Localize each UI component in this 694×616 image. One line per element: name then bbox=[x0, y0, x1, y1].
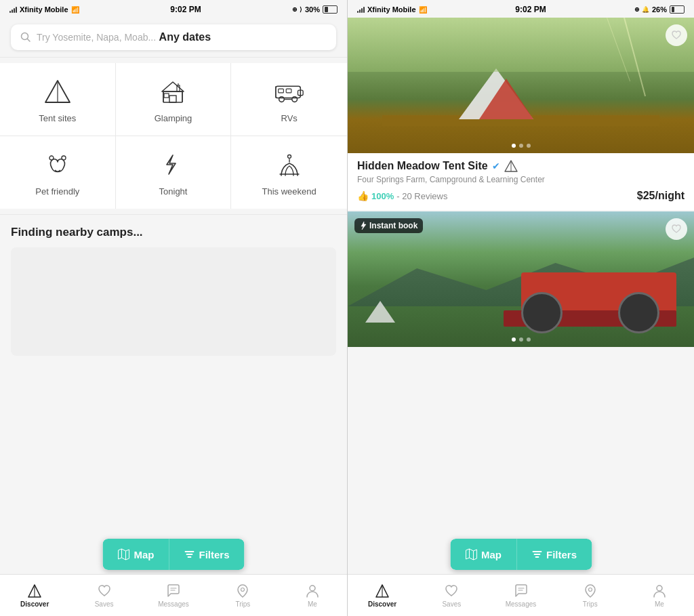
listing-title-1: Hidden Meadow Tent Site bbox=[357, 160, 488, 172]
rvs-label: RVs bbox=[281, 113, 298, 123]
nav-discover-left[interactable]: Discover bbox=[0, 583, 69, 608]
me-icon-left bbox=[304, 583, 321, 599]
signal-icon bbox=[9, 6, 17, 13]
search-icon bbox=[20, 32, 31, 43]
nav-messages-label-left: Messages bbox=[158, 600, 189, 608]
favorite-button-1[interactable] bbox=[666, 24, 687, 46]
image-dots-1 bbox=[512, 144, 531, 148]
signal-icon-right bbox=[357, 6, 365, 13]
svg-rect-7 bbox=[169, 96, 176, 102]
glamping-label: Glamping bbox=[155, 113, 192, 123]
filters-button-right[interactable]: Filters bbox=[516, 539, 592, 570]
tent-sites-label: Tent sites bbox=[39, 113, 76, 123]
map-button-right[interactable]: Map bbox=[450, 539, 516, 570]
svg-rect-5 bbox=[163, 91, 182, 102]
nav-trips-left[interactable]: Trips bbox=[208, 583, 277, 608]
nearby-map-placeholder bbox=[11, 247, 336, 356]
time-left: 9:02 PM bbox=[170, 5, 201, 14]
discover-icon-right bbox=[374, 583, 390, 599]
category-glamping[interactable]: Glamping bbox=[116, 63, 232, 136]
nav-messages-label-right: Messages bbox=[506, 600, 537, 608]
carrier-name-right: Xfinity Mobile bbox=[367, 5, 416, 14]
battery-level-left: 30% bbox=[305, 5, 320, 14]
nav-saves-right[interactable]: Saves bbox=[417, 583, 486, 608]
this-weekend-label: This weekend bbox=[262, 186, 317, 197]
location-icon: ⊕ ⟩ bbox=[292, 6, 302, 13]
nav-saves-left[interactable]: Saves bbox=[69, 583, 138, 608]
nearby-section: Finding nearby camps... bbox=[0, 226, 347, 356]
listing-price-1: $25/night bbox=[637, 190, 685, 202]
messages-icon-right bbox=[513, 583, 529, 599]
trips-icon-right bbox=[582, 583, 598, 599]
heart-icon-right bbox=[443, 583, 460, 599]
right-screen: Xfinity Mobile 📶 9:02 PM ⊕ 🔔 26% bbox=[347, 0, 694, 616]
svg-rect-13 bbox=[275, 86, 300, 98]
battery-level-right: 26% bbox=[652, 5, 667, 14]
verified-badge-1: ✔ bbox=[492, 161, 500, 171]
pet-friendly-label: Pet friendly bbox=[35, 186, 79, 197]
search-bar[interactable]: Try Yosemite, Napa, Moab... Any dates bbox=[11, 24, 336, 50]
discover-icon-left bbox=[26, 583, 43, 599]
review-count-1: - 20 Reviews bbox=[396, 191, 447, 201]
dot-active-1 bbox=[512, 144, 516, 148]
dot-active-2 bbox=[512, 337, 516, 342]
svg-marker-6 bbox=[162, 82, 184, 91]
map-filters-bar-right: Map Filters bbox=[450, 539, 592, 570]
map-button-left[interactable]: Map bbox=[102, 539, 169, 570]
carrier-name: Xfinity Mobile bbox=[20, 5, 68, 14]
me-icon-right bbox=[651, 583, 668, 599]
tonight-icon bbox=[157, 148, 189, 181]
trips-icon-left bbox=[234, 583, 251, 599]
category-this-weekend[interactable]: This weekend bbox=[231, 136, 347, 209]
glamping-icon bbox=[157, 75, 189, 108]
category-rvs[interactable]: RVs bbox=[231, 63, 347, 136]
category-pet-friendly[interactable]: Pet friendly bbox=[0, 136, 116, 209]
status-right-left: Xfinity Mobile 📶 bbox=[357, 5, 427, 14]
status-bar-right: Xfinity Mobile 📶 9:02 PM ⊕ 🔔 26% bbox=[348, 0, 694, 18]
nav-trips-right[interactable]: Trips bbox=[556, 583, 625, 608]
map-filters-bar-left: Map Filters bbox=[102, 539, 244, 570]
status-right: ⊕ ⟩ 30% bbox=[292, 5, 338, 14]
pet-friendly-icon bbox=[41, 148, 74, 181]
category-tonight[interactable]: Tonight bbox=[116, 136, 232, 209]
listing-meta-1: 👍 100% - 20 Reviews $25/night bbox=[357, 190, 685, 202]
categories-grid: Tent sites Glamping bbox=[0, 57, 347, 215]
nav-messages-left[interactable]: Messages bbox=[139, 583, 208, 608]
status-bar-left: Xfinity Mobile 📶 9:02 PM ⊕ ⟩ 30% bbox=[0, 0, 347, 18]
nav-messages-right[interactable]: Messages bbox=[486, 583, 555, 608]
listing-card-1: Hidden Meadow Tent Site ✔ Four Springs F… bbox=[348, 18, 694, 210]
dot-3 bbox=[527, 144, 531, 148]
listing-title-row-1: Hidden Meadow Tent Site ✔ bbox=[357, 160, 685, 172]
svg-point-23 bbox=[287, 155, 291, 159]
this-weekend-icon bbox=[273, 148, 306, 181]
svg-rect-19 bbox=[286, 89, 291, 93]
dot-2-2 bbox=[519, 337, 523, 342]
nav-saves-label-left: Saves bbox=[95, 600, 114, 608]
svg-point-41 bbox=[657, 586, 662, 591]
messages-icon-left bbox=[165, 583, 182, 599]
nav-me-right[interactable]: Me bbox=[625, 583, 694, 608]
time-right: 9:02 PM bbox=[515, 5, 546, 14]
favorite-button-2[interactable] bbox=[666, 218, 687, 240]
nav-me-label-right: Me bbox=[655, 600, 664, 608]
svg-point-22 bbox=[62, 156, 66, 160]
svg-rect-8 bbox=[164, 94, 169, 98]
category-tent-sites[interactable]: Tent sites bbox=[0, 63, 116, 136]
search-bar-container: Try Yosemite, Napa, Moab... Any dates bbox=[0, 18, 347, 57]
nav-me-left[interactable]: Me bbox=[278, 583, 347, 608]
bottom-nav-left: Discover Saves Messages bbox=[0, 574, 347, 616]
nav-discover-right[interactable]: Discover bbox=[348, 583, 417, 608]
battery-icon-right bbox=[670, 5, 685, 14]
rating-reviews-1: 👍 100% - 20 Reviews bbox=[357, 190, 447, 201]
dot-2 bbox=[519, 144, 523, 148]
listing-image-2: Instant book bbox=[348, 211, 694, 347]
instant-book-badge: Instant book bbox=[354, 218, 423, 233]
nav-me-label-left: Me bbox=[308, 600, 317, 608]
listing-image-1 bbox=[348, 18, 694, 153]
filters-button-left[interactable]: Filters bbox=[169, 539, 244, 570]
tent-sites-icon bbox=[41, 75, 74, 108]
svg-point-30 bbox=[241, 588, 245, 592]
listing-info-1: Hidden Meadow Tent Site ✔ Four Springs F… bbox=[348, 153, 694, 210]
listings-scroll: Hidden Meadow Tent Site ✔ Four Springs F… bbox=[348, 18, 694, 616]
wifi-icon: 📶 bbox=[71, 6, 79, 14]
